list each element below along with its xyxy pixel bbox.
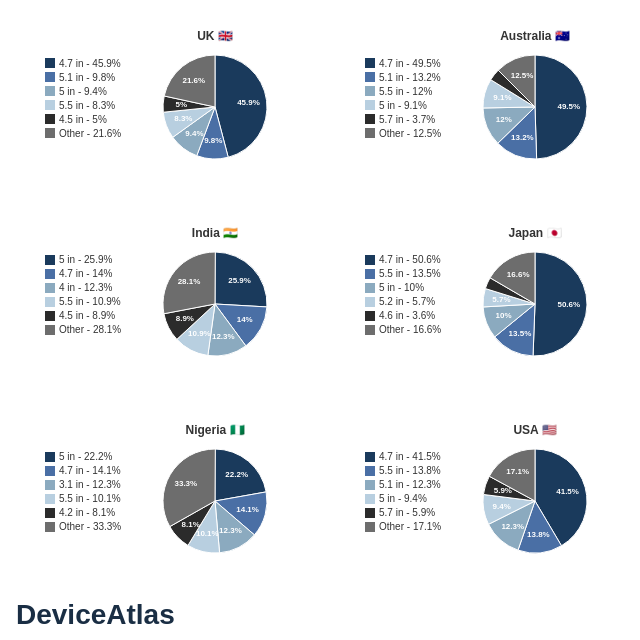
chart-area-india: India 🇮🇳25.9%14%12.3%10.9%8.9%28.1% [155, 226, 275, 364]
legend-label: 5.5 in - 10.9% [59, 296, 121, 307]
legend-item: 5 in - 10% [365, 282, 475, 293]
svg-text:9.4%: 9.4% [185, 129, 203, 138]
pie-chart-india: 25.9%14%12.3%10.9%8.9%28.1% [155, 244, 275, 364]
svg-text:45.9%: 45.9% [237, 98, 260, 107]
legend-item: 5 in - 9.1% [365, 100, 475, 111]
brand-suffix: Atlas [106, 599, 174, 630]
legend-item: 4.6 in - 3.6% [365, 310, 475, 321]
legend-item: Other - 28.1% [45, 324, 155, 335]
legend-label: Other - 21.6% [59, 128, 121, 139]
legend-label: Other - 33.3% [59, 521, 121, 532]
svg-text:13.8%: 13.8% [527, 529, 550, 538]
brand-prefix: Device [16, 599, 106, 630]
legend-color-swatch [45, 269, 55, 279]
legend-item: 4.7 in - 14.1% [45, 465, 155, 476]
legend-color-swatch [365, 466, 375, 476]
legend-label: 5 in - 25.9% [59, 254, 112, 265]
legend-item: 5 in - 22.2% [45, 451, 155, 462]
legend-color-swatch [45, 466, 55, 476]
legend-color-swatch [365, 58, 375, 68]
chart-area-australia: Australia 🇦🇺49.5%13.2%12%9.1%12.5% [475, 29, 595, 167]
svg-text:12.3%: 12.3% [219, 526, 242, 535]
legend-item: 4.5 in - 8.9% [45, 310, 155, 321]
legend-label: 4.7 in - 45.9% [59, 58, 121, 69]
legend-color-swatch [45, 508, 55, 518]
chart-title-india: India 🇮🇳 [192, 226, 238, 240]
svg-text:12.3%: 12.3% [212, 332, 235, 341]
legend-item: 5.5 in - 10.1% [45, 493, 155, 504]
svg-text:9.8%: 9.8% [204, 136, 222, 145]
legend-label: Other - 12.5% [379, 128, 441, 139]
svg-text:9.1%: 9.1% [493, 94, 511, 103]
chart-title-uk: UK 🇬🇧 [197, 29, 233, 43]
svg-text:25.9%: 25.9% [228, 276, 251, 285]
chart-area-nigeria: Nigeria 🇳🇬22.2%14.1%12.3%10.1%8.1%33.3% [155, 423, 275, 561]
legend-label: Other - 17.1% [379, 521, 441, 532]
svg-text:41.5%: 41.5% [556, 487, 579, 496]
legend-color-swatch [45, 86, 55, 96]
legend-item: Other - 12.5% [365, 128, 475, 139]
legend-label: 4.7 in - 14% [59, 268, 112, 279]
svg-text:13.5%: 13.5% [509, 329, 532, 338]
legend-label: 5.5 in - 13.8% [379, 465, 441, 476]
legend-label: 4.7 in - 14.1% [59, 465, 121, 476]
legend-color-swatch [45, 297, 55, 307]
legend-label: 5.1 in - 13.2% [379, 72, 441, 83]
svg-text:8.9%: 8.9% [176, 314, 194, 323]
legend-label: 4.5 in - 8.9% [59, 310, 115, 321]
legend-color-swatch [365, 269, 375, 279]
legend-item: 4.7 in - 50.6% [365, 254, 475, 265]
legend-label: 4.2 in - 8.1% [59, 507, 115, 518]
legend-item: 5.1 in - 9.8% [45, 72, 155, 83]
legend-item: 5.7 in - 5.9% [365, 507, 475, 518]
legend-color-swatch [365, 128, 375, 138]
legend-label: 5.5 in - 12% [379, 86, 432, 97]
svg-text:12.3%: 12.3% [501, 521, 524, 530]
chart-grid: 4.7 in - 45.9%5.1 in - 9.8%5 in - 9.4%5.… [0, 0, 640, 590]
chart-area-uk: UK 🇬🇧45.9%9.8%9.4%8.3%5%21.6% [155, 29, 275, 167]
legend-item: 4.2 in - 8.1% [45, 507, 155, 518]
legend-item: 5.5 in - 10.9% [45, 296, 155, 307]
legend-label: 5 in - 9.4% [379, 493, 427, 504]
legend-label: 4.7 in - 50.6% [379, 254, 441, 265]
legend-label: 5.5 in - 10.1% [59, 493, 121, 504]
legend-label: 5 in - 22.2% [59, 451, 112, 462]
legend-label: 4.7 in - 41.5% [379, 451, 441, 462]
legend-color-swatch [365, 325, 375, 335]
legend-label: 5.7 in - 5.9% [379, 507, 435, 518]
legend-item: 4.7 in - 14% [45, 268, 155, 279]
chart-title-nigeria: Nigeria 🇳🇬 [185, 423, 244, 437]
legend-label: 5.5 in - 13.5% [379, 268, 441, 279]
brand-logo: DeviceAtlas [16, 599, 175, 631]
pie-chart-uk: 45.9%9.8%9.4%8.3%5%21.6% [155, 47, 275, 167]
legend-item: 5.7 in - 3.7% [365, 114, 475, 125]
panel-australia: 4.7 in - 49.5%5.1 in - 13.2%5.5 in - 12%… [320, 0, 640, 197]
svg-text:5%: 5% [175, 101, 187, 110]
legend-item: 5.5 in - 8.3% [45, 100, 155, 111]
legend-item: 5 in - 9.4% [365, 493, 475, 504]
legend-color-swatch [45, 100, 55, 110]
legend-item: 4.7 in - 45.9% [45, 58, 155, 69]
svg-text:50.6%: 50.6% [557, 300, 580, 309]
legend-nigeria: 5 in - 22.2%4.7 in - 14.1%3.1 in - 12.3%… [45, 451, 155, 532]
legend-color-swatch [45, 494, 55, 504]
svg-text:10.1%: 10.1% [196, 529, 219, 538]
svg-text:14.1%: 14.1% [236, 505, 259, 514]
legend-japan: 4.7 in - 50.6%5.5 in - 13.5%5 in - 10%5.… [365, 254, 475, 335]
legend-item: 4.5 in - 5% [45, 114, 155, 125]
svg-text:17.1%: 17.1% [506, 467, 529, 476]
legend-item: Other - 17.1% [365, 521, 475, 532]
legend-label: 5.2 in - 5.7% [379, 296, 435, 307]
chart-title-australia: Australia 🇦🇺 [500, 29, 570, 43]
legend-item: 5.5 in - 13.8% [365, 465, 475, 476]
legend-color-swatch [365, 480, 375, 490]
legend-color-swatch [45, 522, 55, 532]
legend-label: 5.7 in - 3.7% [379, 114, 435, 125]
legend-usa: 4.7 in - 41.5%5.5 in - 13.8%5.1 in - 12.… [365, 451, 475, 532]
legend-color-swatch [365, 494, 375, 504]
svg-text:5.9%: 5.9% [494, 485, 512, 494]
legend-color-swatch [365, 508, 375, 518]
legend-color-swatch [365, 86, 375, 96]
panel-nigeria: 5 in - 22.2%4.7 in - 14.1%3.1 in - 12.3%… [0, 393, 320, 590]
legend-label: 4.7 in - 49.5% [379, 58, 441, 69]
